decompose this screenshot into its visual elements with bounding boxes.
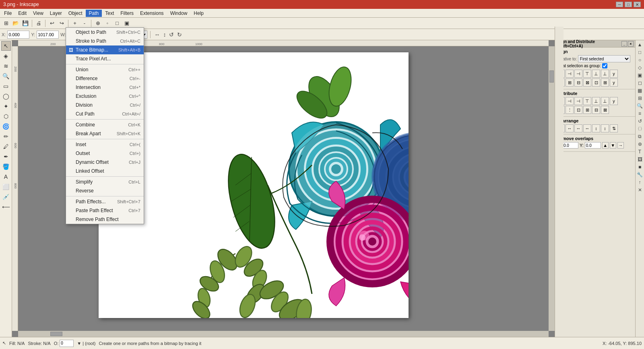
ellipse-tool[interactable]: ◯ (1, 91, 11, 101)
opacity-input[interactable] (60, 340, 74, 347)
remove-overlaps-down[interactable]: ▼ (610, 142, 616, 149)
print-button[interactable]: 🖨 (34, 19, 43, 28)
dist-extra3[interactable]: ⊟ (592, 106, 600, 114)
ri-circle-icon[interactable]: ○ (636, 56, 644, 64)
relative-to-select[interactable]: First selected Last selected Biggest obj… (578, 55, 630, 62)
hscroll-thumb[interactable] (50, 332, 62, 336)
pen-tool[interactable]: 🖊 (1, 142, 11, 151)
ri-link-icon[interactable]: 🖼 (636, 156, 644, 163)
menu-union[interactable]: Union Ctrl++ (66, 65, 144, 74)
vscroll-thumb[interactable] (549, 70, 554, 83)
rearrange-exchange-1[interactable]: ↔ (566, 124, 574, 132)
ri-align-icon[interactable]: ≡ (636, 110, 644, 117)
horizontal-scrollbar[interactable] (18, 331, 549, 337)
align-center-v[interactable]: ⊣ (566, 70, 574, 78)
remove-overlaps-apply[interactable]: → (617, 142, 624, 149)
redo-button[interactable]: ↪ (57, 19, 66, 28)
menu-simplify[interactable]: Simplify Ctrl+L (66, 178, 144, 186)
ri-close-panel-icon[interactable]: ✕ (636, 186, 644, 194)
ri-layers-icon[interactable]: ⧉ (636, 133, 644, 140)
dist-extra4[interactable]: ⊠ (601, 106, 609, 114)
ri-fill-icon[interactable]: ▣ (636, 72, 644, 79)
menu-trace-pixel[interactable]: Trace Pixel Art... (66, 54, 144, 63)
menu-text[interactable]: Text (102, 10, 117, 17)
x-input[interactable] (7, 31, 29, 39)
panel-close-icon[interactable]: × (628, 41, 634, 47)
menu-paste-path-effect[interactable]: Paste Path Effect Ctrl+7 (66, 206, 144, 215)
gradient-tool[interactable]: ⬜ (1, 182, 11, 192)
menu-view[interactable]: View (30, 10, 47, 17)
rotate-cw-icon[interactable]: ↻ (176, 31, 183, 38)
pencil-tool[interactable]: ✏ (1, 132, 11, 141)
align-mid-anchor[interactable]: ⊡ (592, 78, 600, 87)
menu-outset[interactable]: Outset Ctrl+) (66, 149, 144, 158)
zoom-tool[interactable]: 🔍 (1, 71, 11, 81)
dist-centers-v[interactable]: ⊥ (592, 97, 600, 105)
rearrange-exchange-2[interactable]: ↔ (574, 124, 582, 132)
rearrange-exchange-6[interactable]: ⇅ (610, 124, 618, 132)
ri-xml-icon[interactable]: 〈〉 (636, 125, 644, 132)
rect-tool[interactable]: ▭ (1, 81, 11, 91)
menu-difference[interactable]: Difference Ctrl+- (66, 74, 144, 83)
ri-debug-icon[interactable]: 🔧 (636, 171, 644, 178)
menu-cut-path[interactable]: Cut Path Ctrl+Alt+/ (66, 109, 144, 118)
rotate-ccw-icon[interactable]: ↺ (168, 31, 175, 38)
ri-symbols-icon[interactable]: ⊛ (636, 140, 644, 148)
zoom-in-button[interactable]: + (70, 19, 79, 28)
dist-equal-v[interactable]: ⋮ (566, 106, 574, 114)
ri-box-icon[interactable]: □ (636, 49, 644, 56)
align-top-anchor[interactable]: ⊠ (583, 78, 591, 87)
node-tool[interactable]: ◈ (1, 51, 11, 61)
remove-overlaps-up[interactable]: ▲ (602, 142, 609, 149)
menu-trace-bitmap[interactable]: 🖼 Trace Bitmap... Shift+Alt+B (66, 45, 144, 54)
close-button[interactable]: ✕ (634, 2, 641, 7)
align-right-anchor[interactable]: ⊟ (574, 78, 582, 87)
align-right-edge[interactable]: ⊣ (574, 70, 582, 78)
minimize-button[interactable]: ─ (616, 2, 623, 7)
y-input[interactable] (37, 31, 59, 39)
text-tool[interactable]: A (1, 172, 11, 182)
treat-as-group-checkbox[interactable] (602, 63, 607, 68)
v-overlap-input[interactable] (585, 142, 601, 149)
star-tool[interactable]: ✦ (1, 101, 11, 111)
calligraphy-tool[interactable]: ✒ (1, 152, 11, 161)
ri-pattern-icon[interactable]: ⊞ (636, 95, 644, 102)
rearrange-exchange-3[interactable]: ↔ (583, 124, 591, 132)
snap-toggle[interactable]: ⊕ (93, 19, 102, 28)
dist-bot-edges[interactable]: ⊥ (601, 97, 609, 105)
menu-intersection[interactable]: Intersection Ctrl+* (66, 83, 144, 92)
menu-reverse[interactable]: Reverse (66, 186, 144, 195)
align-center-anchor[interactable]: ⊞ (566, 78, 574, 87)
rearrange-exchange-5[interactable]: ↕ (601, 124, 609, 132)
menu-exclusion[interactable]: Exclusion Ctrl+^ (66, 92, 144, 101)
menu-file[interactable]: File (1, 10, 15, 17)
3d-box-tool[interactable]: ⬡ (1, 112, 11, 121)
h-overlap-input[interactable] (562, 142, 578, 149)
align-bot-anchor[interactable]: ⊞ (601, 78, 609, 87)
menu-path[interactable]: Path (86, 10, 102, 17)
dist-baseline[interactable]: y (610, 97, 618, 105)
eyedropper-tool[interactable]: 💉 (1, 192, 11, 202)
align-center-h[interactable]: ⊥ (592, 70, 600, 78)
align-top-edge[interactable]: ⊤ (583, 70, 591, 78)
ri-transform-icon[interactable]: ↺ (636, 118, 644, 125)
snap-bbox[interactable]: □ (113, 19, 122, 28)
connector-tool[interactable]: ⟵ (1, 202, 11, 212)
menu-break-apart[interactable]: Break Apart Shift+Ctrl+K (66, 129, 144, 138)
menu-extensions[interactable]: Extensions (137, 10, 167, 17)
menu-division[interactable]: Division Ctrl+/ (66, 101, 144, 109)
menu-linked-offset[interactable]: Linked Offset (66, 167, 144, 176)
panel-minimize-icon[interactable]: _ (621, 41, 627, 47)
align-text-baseline[interactable]: y (610, 70, 618, 78)
menu-filters[interactable]: Filters (117, 10, 137, 17)
open-button[interactable]: 📂 (11, 19, 20, 28)
zoom-out-button[interactable]: - (80, 19, 89, 28)
snap-page[interactable]: ▣ (122, 19, 131, 28)
ri-swatch-icon[interactable]: ■ (636, 163, 644, 171)
flip-h-icon[interactable]: ↔ (153, 31, 161, 38)
select-tool[interactable]: ↖ (1, 41, 11, 51)
ri-node-icon[interactable]: ◇ (636, 64, 644, 71)
vertical-scrollbar[interactable] (549, 46, 555, 331)
spiral-tool[interactable]: 🌀 (1, 122, 11, 131)
dist-right-edges[interactable]: ⊣ (574, 97, 582, 105)
